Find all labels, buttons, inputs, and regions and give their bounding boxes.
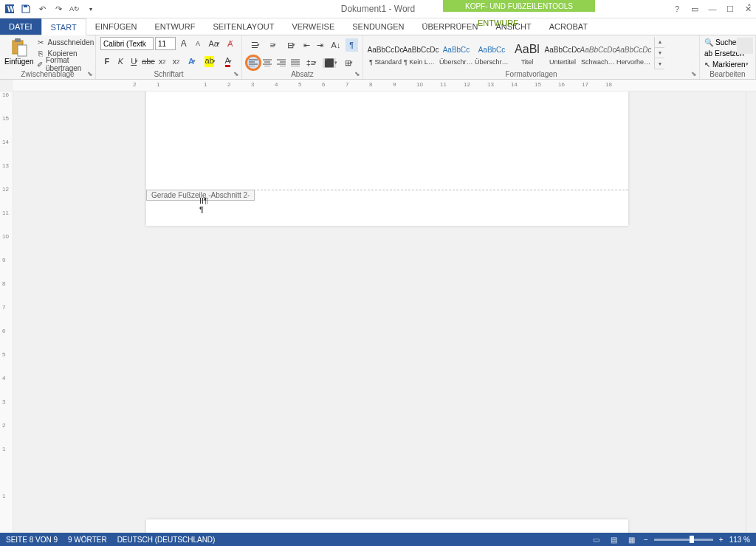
help-icon[interactable]: ? bbox=[672, 4, 682, 13]
highlight-button[interactable]: ab▾ bbox=[202, 55, 219, 68]
vertical-scrollbar[interactable] bbox=[746, 91, 756, 533]
inc-indent-button[interactable]: ⇥ bbox=[314, 38, 326, 52]
format-painter-button[interactable]: ✐Format übertragen bbox=[36, 59, 94, 69]
style-item[interactable]: AaBbCcDc¶ Kein Lee… bbox=[403, 37, 439, 69]
qat-dropdown-icon[interactable]: ▾ bbox=[84, 2, 97, 15]
zoom-level[interactable]: 113 % bbox=[729, 536, 750, 544]
justify-button[interactable] bbox=[289, 56, 302, 69]
style-item[interactable]: AaBbCcÜberschrif… bbox=[439, 37, 474, 69]
read-mode-icon[interactable]: ▭ bbox=[591, 534, 602, 545]
font-name-input[interactable] bbox=[100, 37, 154, 50]
window-controls: ? ▭ — ☐ ✕ bbox=[672, 4, 753, 14]
line-spacing-button[interactable]: ‡≡▾ bbox=[303, 56, 320, 69]
zoom-in-button[interactable]: + bbox=[719, 536, 724, 544]
tab-file[interactable]: DATEI bbox=[0, 18, 41, 35]
grow-font-button[interactable]: A bbox=[177, 37, 190, 50]
tab-home[interactable]: START bbox=[41, 18, 86, 35]
maximize-icon[interactable]: ☐ bbox=[725, 4, 735, 14]
search-icon: 🔍 bbox=[704, 38, 713, 46]
clipboard-launcher[interactable]: ⬊ bbox=[87, 70, 93, 77]
zoom-slider[interactable] bbox=[654, 539, 713, 541]
scissors-icon: ✂ bbox=[36, 38, 45, 46]
bold-button[interactable]: F bbox=[100, 55, 114, 68]
align-center-button[interactable] bbox=[261, 56, 274, 69]
gallery-more[interactable]: ▾ bbox=[655, 58, 664, 69]
document-scroll[interactable]: Gerade Fußzeile -Abschnitt 2- II¶ ¶ bbox=[13, 91, 746, 533]
dec-indent-button[interactable]: ⇤ bbox=[300, 38, 313, 52]
sort-button[interactable]: A↓ bbox=[327, 38, 344, 52]
footer-content[interactable]: II¶ ¶ bbox=[199, 196, 208, 214]
style-item[interactable]: AaBlTitel bbox=[509, 37, 545, 69]
text-effects-button[interactable]: A▾ bbox=[183, 55, 201, 68]
word-app-icon[interactable]: W bbox=[3, 2, 16, 15]
document-area: 161514131211109876543211 Gerade Fußzeile… bbox=[0, 91, 756, 533]
shrink-font-button[interactable]: A bbox=[191, 37, 204, 50]
align-left-button[interactable] bbox=[247, 56, 260, 69]
style-item[interactable]: AaBbCcÜberschrif… bbox=[474, 37, 509, 69]
clear-format-button[interactable]: A̸ bbox=[224, 37, 237, 50]
style-item[interactable]: AaBbCcDcSchwache… bbox=[580, 37, 616, 69]
repeat-icon[interactable]: A↻ bbox=[68, 2, 81, 15]
paste-button[interactable]: Einfügen bbox=[4, 37, 33, 69]
align-right-button[interactable] bbox=[275, 56, 288, 69]
shading-button[interactable]: ⬛▾ bbox=[321, 56, 339, 69]
select-button[interactable]: ↖Markieren▾ bbox=[704, 59, 749, 69]
language-indicator[interactable]: DEUTSCH (DEUTSCHLAND) bbox=[117, 536, 216, 544]
style-item[interactable]: AaBbCcDcHervorhe… bbox=[616, 37, 651, 69]
ribbon-tabs: DATEI START EINFÜGEN ENTWURF SEITENLAYOU… bbox=[0, 18, 756, 35]
page-9[interactable] bbox=[146, 519, 628, 533]
tab-insert[interactable]: EINFÜGEN bbox=[86, 18, 146, 35]
web-layout-icon[interactable]: ▦ bbox=[626, 534, 638, 545]
account-icon[interactable] bbox=[737, 38, 753, 54]
page-8[interactable]: Gerade Fußzeile -Abschnitt 2- II¶ ¶ bbox=[146, 91, 628, 226]
styles-gallery[interactable]: AaBbCcDc¶ StandardAaBbCcDc¶ Kein Lee…AaB… bbox=[368, 37, 651, 69]
cursor-icon: ↖ bbox=[704, 61, 710, 69]
show-marks-button[interactable]: ¶ bbox=[346, 38, 358, 52]
cut-button[interactable]: ✂Ausschneiden bbox=[36, 37, 94, 47]
word-count[interactable]: 9 WÖRTER bbox=[68, 536, 107, 544]
footer-area[interactable]: Gerade Fußzeile -Abschnitt 2- II¶ ¶ bbox=[146, 190, 628, 190]
zoom-out-button[interactable]: − bbox=[644, 536, 648, 544]
italic-button[interactable]: K bbox=[114, 55, 128, 68]
print-layout-icon[interactable]: ▤ bbox=[608, 534, 620, 545]
ruler-vertical[interactable]: 161514131211109876543211 bbox=[0, 91, 13, 533]
ruler-horizontal[interactable]: 21123456789101112131415161718 bbox=[0, 80, 756, 91]
change-case-button[interactable]: Aa▾ bbox=[206, 37, 223, 50]
font-color-button[interactable]: A▾ bbox=[219, 55, 237, 68]
tab-layout[interactable]: SEITENLAYOUT bbox=[204, 18, 283, 35]
page-indicator[interactable]: SEITE 8 VON 9 bbox=[6, 536, 58, 544]
redo-icon[interactable]: ↷ bbox=[52, 2, 65, 15]
bullets-button[interactable]: ☰▾ bbox=[247, 38, 264, 52]
undo-icon[interactable]: ↶ bbox=[35, 2, 49, 15]
gallery-down[interactable]: ▾ bbox=[655, 48, 664, 59]
gallery-up[interactable]: ▴ bbox=[655, 37, 664, 48]
style-item[interactable]: AaBbCcDc¶ Standard bbox=[368, 37, 403, 69]
save-icon[interactable] bbox=[19, 2, 32, 15]
minimize-icon[interactable]: — bbox=[707, 4, 718, 13]
font-size-input[interactable] bbox=[155, 37, 176, 50]
borders-button[interactable]: ⊞▾ bbox=[340, 56, 357, 69]
numbering-button[interactable]: ≡▾ bbox=[264, 38, 281, 52]
ribbon-display-icon[interactable]: ▭ bbox=[690, 4, 700, 14]
copy-icon: ⎘ bbox=[36, 49, 45, 58]
tab-acrobat[interactable]: ACROBAT bbox=[540, 18, 597, 35]
svg-rect-2 bbox=[24, 5, 27, 7]
contextual-tab-header: KOPF- UND FUßZEILENTOOLS bbox=[443, 0, 595, 18]
style-item[interactable]: AaBbCcDcUntertitel bbox=[545, 37, 580, 69]
styles-launcher[interactable]: ⬊ bbox=[691, 70, 697, 77]
group-clipboard: Einfügen ✂Ausschneiden ⎘Kopieren ✐Format… bbox=[0, 35, 96, 79]
tab-draft[interactable]: ENTWURF bbox=[145, 18, 204, 35]
tab-mailings[interactable]: SENDUNGEN bbox=[343, 18, 413, 35]
underline-button[interactable]: U▾ bbox=[128, 55, 141, 68]
collapse-ribbon-icon[interactable]: ˄ bbox=[747, 3, 752, 13]
tab-design-context[interactable]: ENTWURF bbox=[469, 18, 527, 27]
subscript-button[interactable]: x2 bbox=[156, 55, 169, 68]
strike-button[interactable]: abc bbox=[142, 55, 155, 68]
replace-icon: ab bbox=[704, 49, 712, 58]
font-launcher[interactable]: ⬊ bbox=[233, 70, 239, 77]
quick-access-toolbar: W ↶ ↷ A↻ ▾ bbox=[0, 2, 97, 15]
tab-references[interactable]: VERWEISE bbox=[283, 18, 343, 35]
multilevel-button[interactable]: ⊟▾ bbox=[282, 38, 299, 52]
superscript-button[interactable]: x2 bbox=[170, 55, 183, 68]
paragraph-launcher[interactable]: ⬊ bbox=[354, 70, 360, 77]
